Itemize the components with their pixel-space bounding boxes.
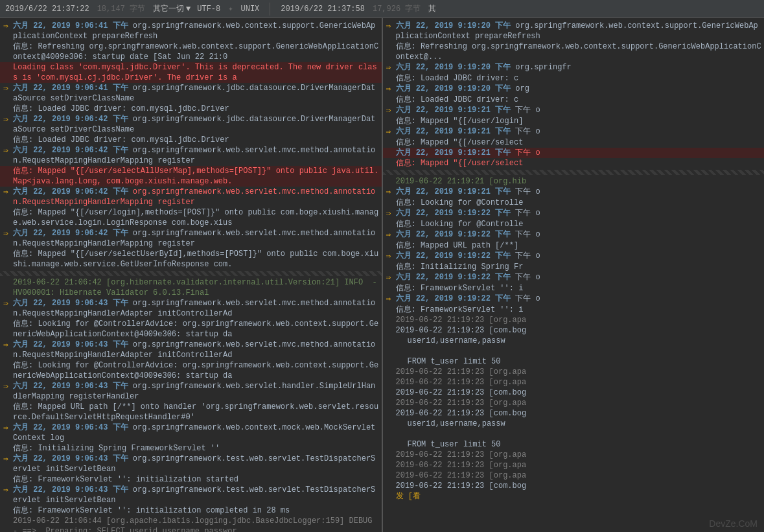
arrow-icon: ⇒	[383, 187, 395, 198]
top-bar-left: 2019/6/22 21:37:22 18,147 字节 其它一切 ▼ UTF-…	[5, 3, 259, 14]
log-line: 发 [看	[383, 491, 765, 502]
log-line: ⇒ 六月 22, 2019 9:06:43 下午 org.springframe…	[0, 340, 382, 360]
log-line: 信息: Mapped "{[/user/selectUserById],meth…	[0, 249, 382, 270]
log-line: 2019-06-22 21:19:23 [org.apa	[383, 470, 765, 481]
log-line: 2019-06-22 21:19:23 [org.apa	[383, 377, 765, 387]
arrow-icon: ⇒	[383, 21, 395, 32]
main-content: ⇒ 六月 22, 2019 9:06:41 下午 org.springframe…	[0, 18, 764, 532]
log-line: ⇒ 六月 22, 2019 9:19:21 下午 下午 o	[383, 126, 765, 137]
left-log-content[interactable]: ⇒ 六月 22, 2019 9:06:41 下午 org.springframe…	[0, 18, 382, 532]
log-line: ⇒ 六月 22, 2019 9:06:43 下午 org.springframe…	[0, 485, 382, 505]
log-line: 信息: Mapped "{[/user/login]	[383, 116, 765, 126]
left-lineending: UNIX	[241, 5, 260, 14]
arrow-icon: ⇒	[383, 294, 395, 305]
log-line: 2019-06-22 21:19:23 [org.apa	[383, 450, 765, 460]
panel-divider	[270, 3, 270, 16]
log-line: ⇒ 六月 22, 2019 9:19:22 下午 下午 o	[383, 294, 765, 305]
log-line: ⇒ 六月 22, 2019 9:06:41 下午 org.springframe…	[0, 21, 382, 41]
log-line: userid,username,passw	[383, 419, 765, 429]
log-line: ⇒ 六月 22, 2019 9:19:22 下午 下午 o	[383, 229, 765, 240]
log-line: 2019-06-22 21:19:23 [com.bog	[383, 387, 765, 398]
log-line: FROM t_user limit 50	[383, 356, 765, 367]
arrow-icon: ⇒	[0, 485, 12, 496]
arrow-icon: ⇒	[0, 187, 12, 198]
arrow-icon: ⇒	[0, 228, 12, 239]
arrow-icon: ⇒	[383, 126, 395, 137]
log-line: 2019-06-22 21:19:23 [org.apa	[383, 315, 765, 325]
log-line: ⇒ 六月 22, 2019 9:06:42 下午 org.springframe…	[0, 228, 382, 249]
log-line: 2019-06-22 21:19:23 [com.bog	[383, 481, 765, 491]
log-line: 2019-06-22 21:19:21 [org.hib	[383, 176, 765, 187]
log-line: 信息: Looking for @ControllerAdvice: org.s…	[0, 360, 382, 381]
arrow-icon: ⇒	[383, 105, 395, 116]
arrow-icon: ⇒	[383, 251, 395, 262]
right-datetime: 2019/6/22 21:37:58	[281, 5, 365, 14]
arrow-icon: ⇒	[0, 114, 12, 125]
arrow-icon: ⇒	[0, 83, 12, 94]
log-line: ⇒ 六月 22, 2019 9:06:42 下午 org.springframe…	[0, 145, 382, 166]
log-line: 信息: FrameworkServlet '': i	[383, 283, 765, 294]
log-line: ⇒ 六月 22, 2019 9:19:22 下午 下午 o	[383, 208, 765, 219]
log-line: 信息: Mapped "{[/user/select	[383, 158, 765, 168]
left-datetime: 2019/6/22 21:37:22	[5, 5, 89, 14]
log-line: 信息: Initializing Spring FrameworkServlet…	[0, 443, 382, 454]
log-line: ⇒ 六月 22, 2019 9:06:43 下午 org.springframe…	[0, 298, 382, 319]
log-line: 信息: Loaded JDBC driver: c	[383, 95, 765, 105]
log-line: ⇒ 六月 22, 2019 9:06:42 下午 org.springframe…	[0, 114, 382, 135]
left-log-panel: ⇒ 六月 22, 2019 9:06:41 下午 org.springframe…	[0, 18, 383, 532]
log-line: 2019-06-22 21:19:23 [org.apa	[383, 460, 765, 470]
right-log-content[interactable]: ⇒ 六月 22, 2019 9:19:20 下午 org.springframe…	[383, 18, 765, 532]
log-line: ⇒ 六月 22, 2019 9:19:20 下午 org	[383, 84, 765, 95]
right-size: 17,926 字节	[373, 3, 421, 14]
left-size: 18,147 字节	[97, 3, 145, 14]
arrow-icon: ⇒	[0, 21, 12, 32]
arrow-icon: ⇒	[383, 84, 395, 95]
log-line: 2019-06-22 21:19:23 [org.apa	[383, 398, 765, 408]
log-line	[383, 429, 765, 439]
log-line: 信息: Refreshing org.springframework.web.c…	[0, 41, 382, 62]
log-line: 信息: Mapped URL path [/**] onto handler '…	[0, 402, 382, 422]
section-divider	[0, 271, 382, 276]
log-line: ⇒ 六月 22, 2019 9:06:41 下午 org.springframe…	[0, 83, 382, 104]
arrow-icon: ⇒	[0, 422, 12, 434]
log-line: 信息: Loaded JDBC driver: com.mysql.jdbc.D…	[0, 104, 382, 114]
log-line: 信息: Refreshing org.springframework.web.c…	[383, 41, 765, 62]
log-line: ⇒ 六月 22, 2019 9:19:20 下午 org.springfr	[383, 62, 765, 73]
log-line: 信息: Loaded JDBC driver: c	[383, 73, 765, 84]
log-line: ⇒ 六月 22, 2019 9:19:22 下午 下午 o	[383, 251, 765, 262]
log-line: 信息: Mapped URL path [/**]	[383, 240, 765, 251]
arrow-icon: ⇒	[0, 298, 12, 309]
log-line: ⇒ 六月 22, 2019 9:19:21 下午 下午 o	[383, 187, 765, 198]
log-line: ⇒ 六月 22, 2019 9:06:42 下午 org.springframe…	[0, 187, 382, 207]
log-line: 信息: Looking for @Controlle	[383, 219, 765, 229]
log-line: 信息: Mapped "{[/user/select	[383, 137, 765, 148]
log-line: ⇒ 六月 22, 2019 9:19:22 下午 下午 o	[383, 272, 765, 283]
log-line: Loading class 'com.mysql.jdbc.Driver'. T…	[0, 62, 382, 83]
arrow-icon: ⇒	[0, 340, 12, 351]
top-bar-right: 2019/6/22 21:37:58 17,926 字节 其	[281, 3, 436, 14]
log-line: ⇒ 六月 22, 2019 9:06:43 下午 org.springframe…	[0, 381, 382, 402]
log-line: FROM t_user limit 50	[383, 439, 765, 450]
log-line: 信息: FrameworkServlet '': initialization …	[0, 474, 382, 485]
log-line: 信息: Mapped "{[/user/login],methods=[POST…	[0, 207, 382, 228]
right-log-panel: ⇒ 六月 22, 2019 9:19:20 下午 org.springframe…	[383, 18, 765, 532]
log-line: ⇒ 六月 22, 2019 9:06:43 下午 org.springframe…	[0, 454, 382, 474]
arrow-icon: ⇒	[0, 145, 12, 156]
arrow-icon: ⇒	[383, 229, 395, 240]
log-line: 信息: FrameworkServlet '': initialization …	[0, 505, 382, 516]
arrow-icon: ⇒	[0, 454, 12, 465]
left-encoding: UTF-8	[197, 5, 220, 14]
section-divider	[383, 170, 765, 175]
log-line: ⇒ 六月 22, 2019 9:19:21 下午 下午 o	[383, 105, 765, 116]
log-line: 信息: FrameworkServlet '': i	[383, 305, 765, 315]
log-line: 2019-06-22 21:19:23 [com.bog	[383, 325, 765, 336]
left-dropdown[interactable]: 其它一切 ▼	[153, 3, 191, 14]
log-line: 信息: Looking for @ControllerAdvice: org.s…	[0, 319, 382, 340]
log-line: 2019-06-22 21:19:23 [org.apa	[383, 367, 765, 377]
log-line: 信息: Initializing Spring Fr	[383, 262, 765, 272]
log-line: ⇒ 六月 22, 2019 9:06:43 下午 org.springframe…	[0, 422, 382, 443]
top-bar: 2019/6/22 21:37:22 18,147 字节 其它一切 ▼ UTF-…	[0, 0, 764, 18]
log-line	[383, 346, 765, 356]
arrow-icon: ⇒	[383, 272, 395, 283]
log-line: 2019-06-22 21:06:44 [org.apache.ibatis.l…	[0, 516, 382, 532]
